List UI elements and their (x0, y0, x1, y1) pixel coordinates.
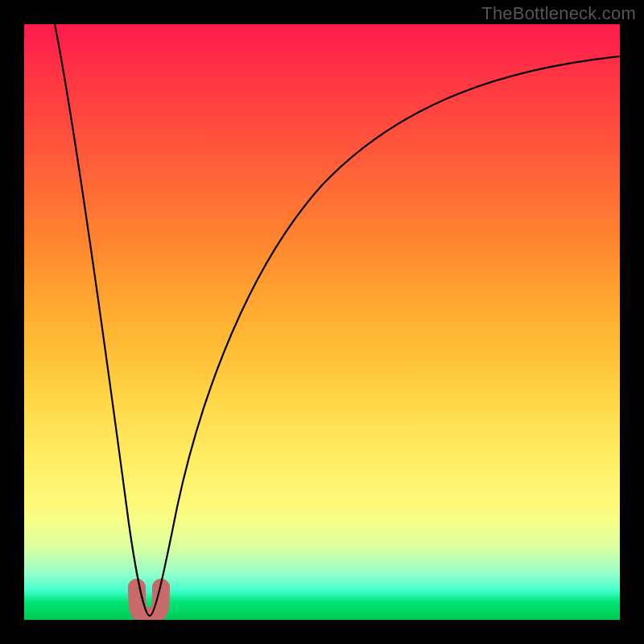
watermark: TheBottleneck.com (481, 3, 636, 24)
bottleneck-curve (55, 24, 620, 616)
curve-layer (24, 24, 620, 620)
chart-area (24, 24, 620, 620)
svg-point-0 (128, 579, 146, 597)
optimal-zone-marker (128, 579, 170, 616)
